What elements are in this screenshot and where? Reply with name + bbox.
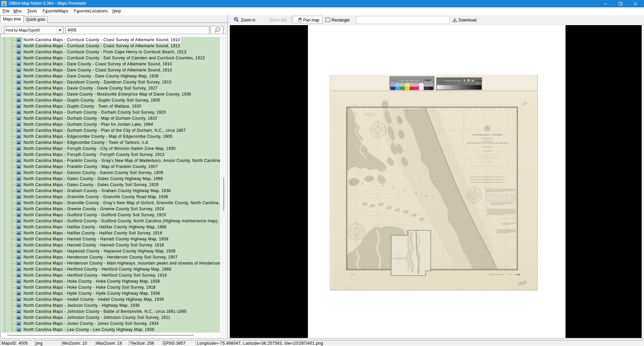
- svg-text:TIDE TABLE: TIDE TABLE: [484, 217, 490, 218]
- svg-text:N: N: [415, 191, 417, 194]
- svg-text:EASTERN PART: EASTERN PART: [482, 140, 492, 142]
- svg-text:NOTES: NOTES: [486, 228, 489, 229]
- svg-text:Statute Miles: Statute Miles: [484, 175, 489, 176]
- svg-text:Kodak: Kodak: [476, 80, 482, 82]
- svg-text:KODAK Color Control Patches: KODAK Color Control Patches: [399, 79, 419, 81]
- svg-text:Nautical Miles: Nautical Miles: [484, 178, 489, 179]
- svg-text:Corrections from surveys by th: Corrections from surveys by the Corps of…: [472, 165, 503, 167]
- svg-text:M: M: [458, 83, 459, 85]
- svg-text:Y: Y: [468, 79, 469, 81]
- svg-text:SOUNDINGS IN FEET AT MEAN LOW: SOUNDINGS IN FEET AT MEAN LOW WATER: [477, 154, 498, 155]
- svg-text:( Albemarle Sound East ): ( Albemarle Sound East ): [489, 274, 504, 275]
- svg-text:at Design and Printingjob, dec: at Design and Printingjob, dec 6-09: [364, 115, 376, 116]
- svg-text:ALBEMARLE SOUND: ALBEMARLE SOUND: [472, 133, 502, 136]
- svg-text:O: O: [392, 186, 394, 189]
- svg-text:U: U: [404, 189, 406, 192]
- svg-text:E: E: [362, 182, 364, 185]
- svg-text:Kodak: Kodak: [425, 79, 431, 81]
- svg-text:ALLIGATOR RIVER: ALLIGATOR RIVER: [392, 258, 406, 259]
- svg-text:( Plate of first publication 1: ( Plate of first publication 1890 ): [480, 161, 495, 162]
- svg-text:COAST AND GEODETIC SURVEY: COAST AND GEODETIC SURVEY: [479, 157, 495, 158]
- svg-text:L: L: [351, 181, 353, 184]
- svg-text:AUTHORITIES: AUTHORITIES: [484, 156, 491, 157]
- svg-text:D: D: [425, 195, 427, 198]
- svg-text:C: C: [464, 79, 466, 81]
- svg-text:M: M: [472, 79, 473, 81]
- svg-text:CURRENTS: CURRENTS: [484, 193, 490, 194]
- svg-text:Scale 1:80000: Scale 1:80000: [484, 151, 491, 152]
- svg-text:C & G S: C & G S: [507, 274, 515, 275]
- svg-text:150: 150: [516, 273, 520, 276]
- svg-text:Metres: Metres: [485, 181, 488, 182]
- svg-text:N.CAROLINA: N.CAROLINA: [481, 137, 493, 139]
- svg-text:AND U.S. ENGINEERS: AND U.S. ENGINEERS: [482, 158, 493, 159]
- svg-text:KODAK Gray Scale: KODAK Gray Scale: [444, 80, 462, 82]
- svg-text:Mercator Projection: Mercator Projection: [482, 147, 492, 148]
- svg-text:NOTE: NOTE: [486, 207, 489, 208]
- svg-text:COMPENSATION: COMPENSATION: [483, 187, 491, 188]
- svg-text:CONTINUATION: CONTINUATION: [396, 255, 402, 256]
- svg-text:40750: 40750: [351, 274, 355, 275]
- svg-text:U. S. C. & G. S. No. 150: U. S. C. & G. S. No. 150: [348, 105, 358, 106]
- svg-text:Same Scale: Same Scale: [397, 260, 401, 261]
- svg-text:FROM THE ATLANTIC OCEAN TO THE: FROM THE ATLANTIC OCEAN TO THE PASQUOTAN…: [467, 142, 508, 144]
- svg-text:S: S: [382, 184, 384, 187]
